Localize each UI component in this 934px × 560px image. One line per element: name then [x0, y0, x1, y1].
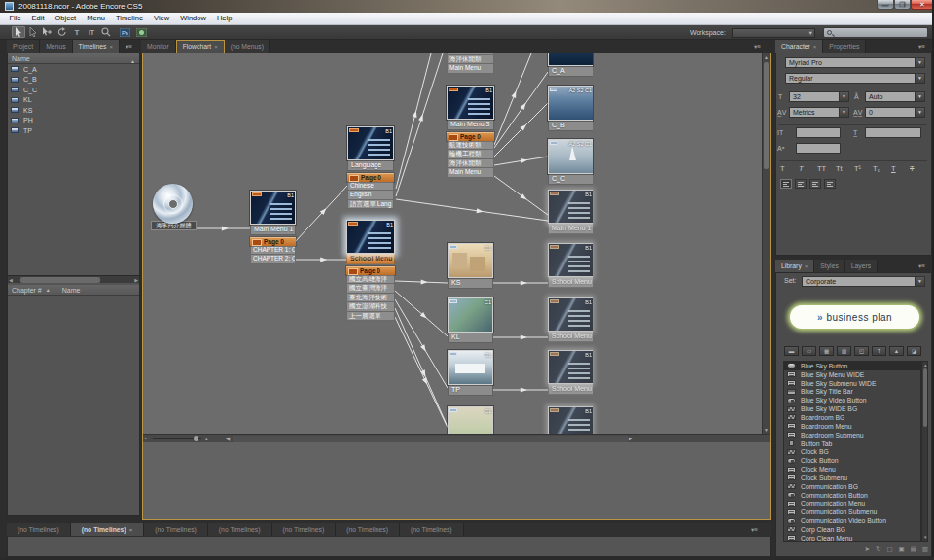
flowchart-node-main-menu-1[interactable]: B1Main Menu 1Page 0CHAPTER 1: ChCHAPTER …	[250, 191, 296, 264]
direct-selection-tool[interactable]	[26, 26, 40, 38]
node-button-row[interactable]: 國立臺灣海洋	[346, 284, 395, 294]
left-panel-hscrollbar[interactable]: ◀▶	[8, 275, 139, 283]
node-button-row[interactable]: 海洋休閒類	[447, 159, 494, 169]
align-justify-button[interactable]	[824, 179, 836, 189]
timeline-row[interactable]: TP	[8, 125, 139, 136]
library-item[interactable]: Boardroom BG	[784, 413, 920, 422]
tab--no-menus-[interactable]: (no Menus)	[225, 40, 270, 52]
flowchart-node-tp[interactable]: C1TP	[448, 350, 493, 396]
node-button-row[interactable]: 海洋休閒類	[447, 55, 494, 65]
library-item[interactable]: Corp Clean BG	[784, 525, 920, 534]
node-title[interactable]: School Menu	[346, 254, 395, 264]
vertical-type-tool[interactable]: IT	[85, 26, 98, 38]
flowchart-node-school-menu-ghost-3[interactable]: B1School Menu	[548, 350, 593, 395]
tab-menus[interactable]: Menus	[40, 40, 72, 52]
library-filter-4[interactable]: ◰	[854, 346, 869, 356]
flowchart-node-ph[interactable]: C1PH	[448, 406, 493, 434]
node-button-row[interactable]: English	[347, 191, 394, 200]
node-title[interactable]: C_C	[548, 174, 593, 185]
node-title[interactable]: School Menu	[548, 384, 593, 395]
node-button-row[interactable]: CHAPTER 2: Ch	[250, 255, 296, 264]
timeline-row[interactable]: PH	[8, 116, 139, 126]
flowchart-node-school-menu-ghost-1[interactable]: B1School Menu	[548, 243, 593, 288]
library-item[interactable]: Corp Clean Menu	[784, 534, 920, 542]
library-filter-5[interactable]: T	[872, 346, 886, 356]
panel-menu-icon[interactable]: ▾≡	[918, 43, 925, 51]
tab-monitor[interactable]: Monitor	[141, 40, 176, 52]
node-button-row[interactable]: CHAPTER 1: Ch	[250, 246, 296, 256]
library-scrollbar[interactable]: ▲▼	[921, 361, 928, 542]
library-item[interactable]: Blue Sky Menu WIDE	[784, 370, 920, 379]
node-button-row[interactable]: 語言選單 Lang	[347, 200, 394, 210]
title-bar[interactable]: 20081118.ncor - Adobe Encore CS5 — ❐ ✕	[0, 0, 934, 13]
library-filter-7[interactable]: ◪	[907, 346, 921, 356]
type-tool[interactable]: T	[70, 26, 84, 38]
library-item[interactable]: Boardroom Submenu	[784, 431, 920, 439]
close-button[interactable]: ✕	[911, 0, 934, 10]
set-dropdown[interactable]: Corporate▼	[802, 276, 925, 287]
move-tool[interactable]	[41, 26, 54, 38]
node-button-row[interactable]: Main Menu	[447, 64, 494, 74]
flowchart-node-c-b[interactable]: A2 S2 C1C_B	[548, 86, 593, 131]
node-button-row[interactable]: 航運技術類	[447, 141, 494, 151]
faux-style-button[interactable]: T¹	[854, 164, 861, 173]
column-header-name[interactable]: Name▲	[8, 53, 139, 64]
font-size-dropdown[interactable]: 32▼	[789, 91, 849, 102]
library-item[interactable]: Communication Button	[784, 491, 920, 500]
faux-style-button[interactable]: T	[780, 164, 785, 173]
node-title[interactable]: KL	[448, 332, 493, 343]
flowchart-node-main-menu-1-ghost[interactable]: B1Main Menu 1	[548, 190, 593, 234]
tab-character[interactable]: Character×	[775, 40, 823, 52]
node-title[interactable]: Main Menu 1	[250, 225, 296, 235]
node-page-row[interactable]: Page 0	[250, 237, 296, 246]
panel-menu-icon[interactable]: ▾≡	[918, 262, 925, 270]
library-item[interactable]: Blue Sky Button	[784, 362, 920, 370]
node-title[interactable]: C_B	[548, 121, 593, 131]
timeline-tab-5[interactable]: (no Timelines)	[336, 523, 400, 536]
baseline-shift-input[interactable]	[796, 143, 841, 154]
library-item[interactable]: Clock Submenu	[784, 473, 920, 482]
node-title[interactable]: Main Menu 3	[447, 120, 494, 130]
flowchart-node-c-a[interactable]: C_A	[548, 53, 593, 77]
flowchart-canvas[interactable]: 海事簡介媒體B1Main Menu 1Page 0CHAPTER 1: ChCH…	[143, 53, 762, 434]
faux-style-button[interactable]: Ŧ	[910, 164, 915, 173]
flowchart-node-language[interactable]: B1LanguagePage 0ChineseEnglish語言選單 Lang	[347, 126, 394, 209]
zoom-slider[interactable]	[194, 436, 198, 441]
flowchart-node-ks[interactable]: C1KS	[448, 243, 493, 289]
node-button-row[interactable]: 上一層選單	[346, 312, 395, 322]
timeline-tab-4[interactable]: (no Timelines)	[272, 523, 337, 536]
search-input[interactable]	[823, 27, 928, 38]
node-title[interactable]: School Menu	[548, 332, 593, 342]
kerning-dropdown[interactable]: Metrics▼	[789, 107, 849, 118]
zoom-out-icon[interactable]: ▪	[145, 436, 147, 441]
flowchart-node-kl[interactable]: C1KL	[448, 298, 493, 343]
library-filter-3[interactable]: ▨	[837, 346, 851, 356]
library-item[interactable]: Communication Menu	[784, 500, 920, 508]
node-title[interactable]: KS	[448, 278, 493, 289]
zoom-in-icon[interactable]: ▴	[205, 436, 208, 441]
timeline-tab-2[interactable]: (no Timelines)	[144, 523, 208, 536]
node-page-row[interactable]: Page 0	[347, 173, 394, 182]
library-item[interactable]: Clock BG	[784, 447, 920, 456]
library-filter-2[interactable]: ▦	[819, 346, 834, 356]
library-item[interactable]: Blue Sky Video Button	[784, 396, 920, 404]
timeline-row[interactable]: KS	[8, 105, 139, 116]
node-title[interactable]: Language	[347, 160, 394, 171]
menu-view[interactable]: View	[149, 13, 175, 24]
menu-window[interactable]: Window	[175, 13, 212, 24]
align-left-button[interactable]	[780, 179, 792, 189]
library-item[interactable]: Blue Sky Submenu WIDE	[784, 379, 920, 388]
tab-properties[interactable]: Properties	[823, 40, 866, 52]
align-right-button[interactable]	[809, 179, 821, 189]
node-title[interactable]: TP	[448, 385, 493, 396]
menu-timeline[interactable]: Timeline	[110, 13, 148, 24]
library-item[interactable]: Boardroom Menu	[784, 422, 920, 431]
new-item-icon[interactable]: ▤	[911, 545, 916, 553]
preview-tool[interactable]	[134, 26, 148, 38]
timeline-tab-3[interactable]: (no Timelines)	[208, 523, 272, 536]
timeline-tab-1[interactable]: (no Timelines)×	[71, 523, 144, 536]
chapter-list-header[interactable]: Chapter #▲Name	[8, 285, 139, 296]
vertical-scale-input[interactable]	[796, 127, 841, 138]
tab-timelines[interactable]: Timelines×	[73, 40, 120, 52]
menu-file[interactable]: File	[4, 13, 26, 24]
